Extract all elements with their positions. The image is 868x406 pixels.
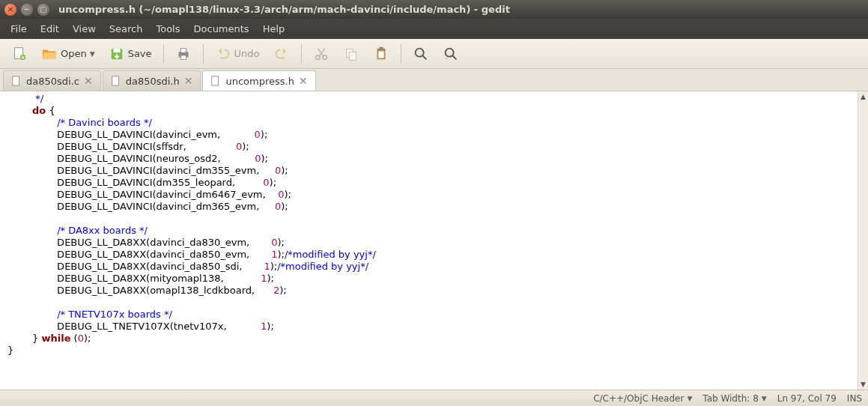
menu-edit[interactable]: Edit [34, 21, 65, 37]
svg-rect-16 [13, 76, 19, 85]
tab-label: uncompress.h [225, 76, 294, 87]
tab-uncompress-h[interactable]: uncompress.h ✕ [202, 70, 315, 91]
save-button[interactable]: Save [103, 42, 157, 66]
menu-documents[interactable]: Documents [188, 21, 255, 37]
svg-rect-13 [378, 51, 383, 58]
scroll-down-icon[interactable]: ▼ [858, 379, 868, 390]
tab-close-icon[interactable]: ✕ [299, 75, 308, 87]
folder-open-icon [41, 46, 58, 62]
paste-button[interactable] [368, 42, 395, 66]
window-maximize-button[interactable]: ▢ [37, 4, 49, 16]
tab-label: da850sdi.h [126, 76, 180, 87]
save-icon [109, 46, 125, 62]
tab-da850sdi-h[interactable]: da850sdi.h ✕ [103, 70, 201, 91]
paste-icon [373, 46, 389, 62]
statusbar: C/C++/ObjC Header▼ Tab Width: 8▼ Ln 97, … [0, 390, 868, 406]
menubar: File Edit View Search Tools Documents He… [0, 19, 868, 39]
svg-rect-12 [379, 46, 383, 49]
open-label: Open [61, 48, 87, 59]
toolbar-separator [301, 44, 302, 64]
file-icon [11, 76, 22, 86]
menu-file[interactable]: File [4, 21, 33, 37]
svg-point-14 [415, 48, 423, 56]
toolbar-separator [401, 44, 401, 64]
tab-close-icon[interactable]: ✕ [184, 75, 193, 87]
search-icon [413, 46, 429, 62]
undo-label: Undo [234, 48, 260, 59]
svg-rect-17 [112, 76, 118, 85]
svg-rect-10 [349, 52, 356, 60]
cursor-position: Ln 97, Col 79 [777, 393, 837, 404]
menu-search[interactable]: Search [103, 21, 149, 37]
print-button[interactable] [170, 42, 197, 66]
language-selector[interactable]: C/C++/ObjC Header▼ [593, 393, 692, 404]
redo-button[interactable] [268, 42, 295, 66]
find-button[interactable] [407, 42, 434, 66]
redo-icon [273, 46, 290, 62]
dropdown-icon: ▼ [90, 50, 95, 58]
svg-point-15 [445, 48, 453, 56]
tab-close-icon[interactable]: ✕ [84, 75, 93, 87]
cut-icon [313, 46, 330, 62]
tabbar: da850sdi.c ✕ da850sdi.h ✕ uncompress.h ✕ [0, 69, 868, 91]
toolbar-separator [163, 44, 164, 64]
new-file-button[interactable] [6, 42, 33, 66]
vertical-scrollbar[interactable]: ▲ ▼ [858, 91, 868, 390]
svg-rect-5 [180, 48, 186, 52]
copy-button[interactable] [338, 42, 365, 66]
save-label: Save [128, 48, 152, 59]
window-close-button[interactable]: ✕ [4, 4, 16, 16]
window-title: uncompress.h (~/omapl138/linux-3.3/arch/… [58, 4, 510, 15]
find-replace-button[interactable] [437, 42, 464, 66]
code-editor[interactable]: */ do { /* Davinci boards */ DEBUG_LL_DA… [0, 91, 858, 390]
menu-help[interactable]: Help [257, 21, 291, 37]
find-replace-icon [443, 46, 459, 62]
file-icon [111, 76, 121, 86]
titlebar: ✕ ─ ▢ uncompress.h (~/omapl138/linux-3.3… [0, 0, 868, 19]
print-icon [175, 46, 192, 62]
svg-rect-18 [212, 76, 219, 85]
tab-da850sdi-c[interactable]: da850sdi.c ✕ [3, 70, 101, 91]
toolbar: Open ▼ Save Undo [0, 39, 868, 69]
insert-mode: INS [847, 393, 862, 404]
scroll-up-icon[interactable]: ▲ [858, 91, 868, 102]
tab-label: da850sdi.c [26, 76, 79, 87]
window-minimize-button[interactable]: ─ [21, 4, 33, 16]
tab-width-selector[interactable]: Tab Width: 8▼ [702, 393, 766, 404]
new-file-icon [11, 46, 28, 62]
toolbar-separator [203, 44, 204, 64]
copy-icon [343, 46, 359, 62]
undo-icon [215, 46, 231, 62]
undo-button[interactable]: Undo [210, 42, 265, 66]
open-button[interactable]: Open ▼ [36, 42, 100, 66]
menu-view[interactable]: View [67, 21, 102, 37]
svg-rect-3 [113, 48, 120, 52]
menu-tools[interactable]: Tools [150, 21, 186, 37]
file-icon [210, 76, 221, 86]
cut-button[interactable] [308, 42, 335, 66]
editor-area: */ do { /* Davinci boards */ DEBUG_LL_DA… [0, 91, 868, 390]
svg-rect-6 [180, 55, 186, 59]
